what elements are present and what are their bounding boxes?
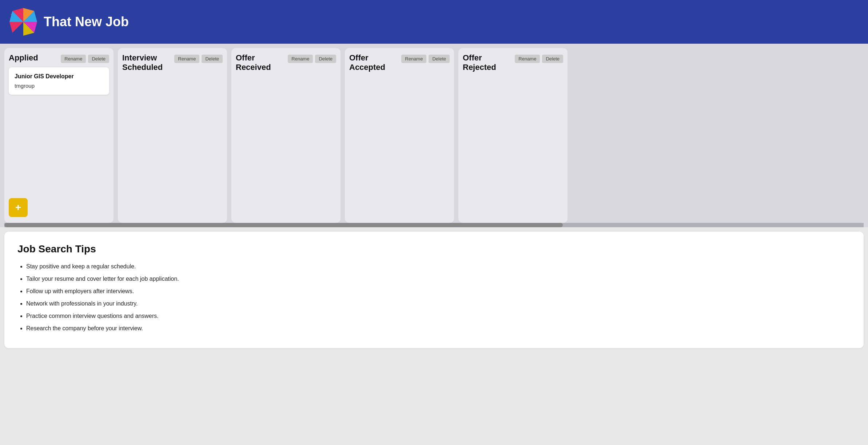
delete-offer-received-button[interactable]: Delete [315, 55, 336, 63]
column-offer-accepted: Offer Accepted Rename Delete [345, 48, 454, 223]
delete-offer-rejected-button[interactable]: Delete [542, 55, 563, 63]
tips-list: Stay positive and keep a regular schedul… [17, 262, 851, 333]
column-offer-received-actions: Rename Delete [288, 55, 336, 63]
offer-accepted-cards [349, 76, 450, 217]
column-offer-accepted-title: Offer Accepted [349, 53, 398, 72]
column-interview-actions: Rename Delete [174, 55, 223, 63]
scrollbar-track[interactable] [4, 223, 864, 227]
job-card-0-title: Junior GIS Developer [15, 73, 103, 80]
tips-section: Job Search Tips Stay positive and keep a… [4, 232, 864, 348]
delete-offer-accepted-button[interactable]: Delete [429, 55, 450, 63]
column-applied-actions: Rename Delete [61, 55, 109, 63]
rename-offer-received-button[interactable]: Rename [288, 55, 313, 63]
column-offer-received: Offer Received Rename Delete [231, 48, 341, 223]
board-columns: Applied Rename Delete Junior GIS Develop… [4, 48, 864, 223]
column-interview-scheduled: Interview Scheduled Rename Delete [118, 48, 227, 223]
column-offer-rejected: Offer Rejected Rename Delete [458, 48, 568, 223]
rename-interview-button[interactable]: Rename [174, 55, 199, 63]
list-item: Tailor your resume and cover letter for … [26, 275, 851, 283]
delete-interview-button[interactable]: Delete [202, 55, 223, 63]
list-item: Stay positive and keep a regular schedul… [26, 262, 851, 271]
job-card-0[interactable]: Junior GIS Developer tmgroup [9, 67, 109, 95]
rename-applied-button[interactable]: Rename [61, 55, 86, 63]
kanban-board: Applied Rename Delete Junior GIS Develop… [0, 44, 868, 227]
column-offer-rejected-actions: Rename Delete [515, 55, 563, 63]
column-offer-accepted-actions: Rename Delete [401, 55, 450, 63]
tips-title: Job Search Tips [17, 243, 851, 255]
column-applied-title: Applied [9, 53, 58, 63]
column-offer-received-title: Offer Received [236, 53, 285, 72]
offer-received-cards [236, 76, 336, 217]
column-offer-received-header: Offer Received Rename Delete [236, 53, 336, 72]
add-applied-button[interactable]: + [9, 198, 28, 217]
column-offer-rejected-title: Offer Rejected [463, 53, 512, 72]
rename-offer-rejected-button[interactable]: Rename [515, 55, 540, 63]
column-applied: Applied Rename Delete Junior GIS Develop… [4, 48, 114, 223]
column-interview-title: Interview Scheduled [122, 53, 171, 72]
column-interview-header: Interview Scheduled Rename Delete [122, 53, 223, 72]
list-item: Network with professionals in your indus… [26, 299, 851, 308]
list-item: Practice common interview questions and … [26, 312, 851, 320]
applied-cards: Junior GIS Developer tmgroup [9, 67, 109, 192]
offer-rejected-cards [463, 76, 563, 217]
job-card-0-company: tmgroup [15, 83, 103, 89]
interview-cards [122, 76, 223, 217]
list-item: Research the company before your intervi… [26, 324, 851, 333]
rename-offer-accepted-button[interactable]: Rename [401, 55, 426, 63]
column-offer-accepted-header: Offer Accepted Rename Delete [349, 53, 450, 72]
delete-applied-button[interactable]: Delete [88, 55, 109, 63]
app-logo [9, 7, 38, 36]
column-applied-header: Applied Rename Delete [9, 53, 109, 63]
scrollbar-thumb[interactable] [4, 223, 563, 227]
column-offer-rejected-header: Offer Rejected Rename Delete [463, 53, 563, 72]
app-title: That New Job [44, 14, 129, 29]
app-header: That New Job [0, 0, 868, 44]
list-item: Follow up with employers after interview… [26, 287, 851, 296]
